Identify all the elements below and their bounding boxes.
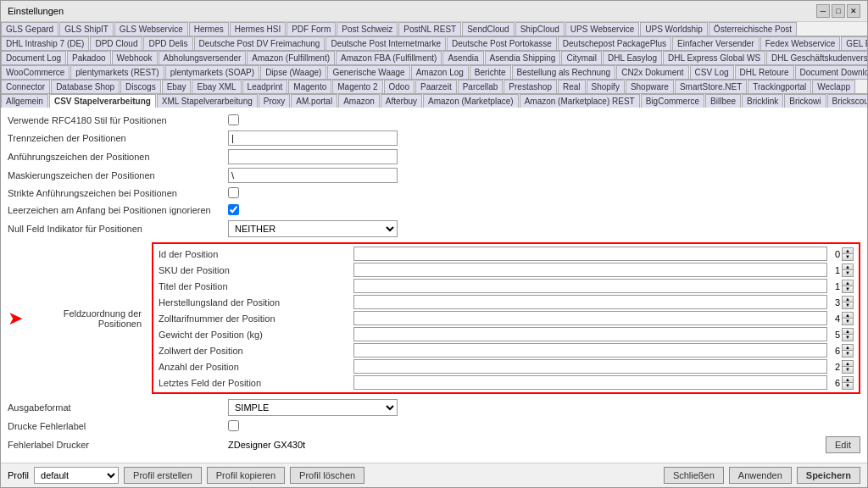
tab-dpd-cloud[interactable]: DPD Cloud (90, 36, 142, 50)
close-button[interactable]: ✕ (847, 4, 860, 18)
tab-shopify[interactable]: Shopify (587, 80, 625, 93)
nullfeld-select[interactable]: NEITHER NULL EMPTY (228, 220, 398, 237)
tab-paarzeit[interactable]: Paarzeit (415, 80, 457, 93)
tab-dhl-retoure[interactable]: DHL Retoure (735, 65, 794, 79)
maskierung-input[interactable] (228, 168, 398, 183)
tab-amazon-(fulfillment)[interactable]: Amazon (Fulfillment) (247, 51, 335, 64)
tab-deutsche-post-portokasse[interactable]: Deutsche Post Portokasse (447, 36, 557, 50)
profil-kopieren-button[interactable]: Profil kopieren (207, 467, 285, 484)
edit-button[interactable]: Edit (826, 436, 860, 453)
profil-loeschen-button[interactable]: Profil löschen (290, 467, 364, 484)
position-field-input-6[interactable] (353, 343, 827, 358)
tab-odoo[interactable]: Odoo (384, 80, 415, 93)
tab-billbee[interactable]: Billbee (705, 94, 741, 108)
tab-shopware[interactable]: Shopware (626, 80, 674, 93)
tab-amazon-(marketplace)-rest[interactable]: Amazon (Marketplace) REST (520, 94, 640, 108)
tab-ebay[interactable]: Ebay (162, 80, 192, 93)
tab-woocommerce[interactable]: WooCommerce (1, 65, 70, 79)
tab-asendia-shipping[interactable]: Asendia Shipping (485, 51, 561, 64)
spin-down-4[interactable]: ▼ (842, 319, 854, 325)
tab-brickowi[interactable]: Brickowi (784, 94, 826, 108)
tab-proxy[interactable]: Proxy (259, 94, 291, 108)
spin-down-8[interactable]: ▼ (842, 383, 854, 390)
tab-gls-shipit[interactable]: GLS ShipIT (59, 22, 114, 36)
close-button[interactable]: Schließen (664, 467, 724, 484)
anfuehrung-input[interactable] (228, 149, 398, 164)
tab-shipcloud[interactable]: ShipCloud (515, 22, 565, 36)
tab-amazon-(marketplace)[interactable]: Amazon (Marketplace) (423, 94, 519, 108)
position-field-input-0[interactable] (353, 247, 827, 261)
strikte-checkbox[interactable] (228, 187, 239, 198)
tab-ups-worldship[interactable]: UPS Worldship (640, 22, 708, 36)
tab-leadprint[interactable]: Leadprint (242, 80, 288, 93)
tab-abholungsversender[interactable]: Abholungsversender (159, 51, 247, 64)
tab-dhl-express-global-ws[interactable]: DHL Express Global WS (663, 51, 765, 64)
maximize-button[interactable]: □ (832, 4, 845, 18)
drucke-checkbox[interactable] (228, 420, 239, 431)
tab-pdf-form[interactable]: PDF Form (287, 22, 336, 36)
tab-einfacher-versender[interactable]: Einfacher Versender (672, 36, 760, 50)
tab-dipse-(waage)[interactable]: Dipse (Waage) (260, 65, 326, 79)
tab-hermes-hsi[interactable]: Hermes HSI (230, 22, 286, 36)
position-field-input-4[interactable] (353, 311, 827, 325)
tab-postnl-rest[interactable]: PostNL REST (398, 22, 461, 36)
tab-hermes[interactable]: Hermes (189, 22, 229, 36)
tab-bricklink[interactable]: Bricklink (742, 94, 783, 108)
position-field-input-5[interactable] (353, 327, 827, 341)
spin-up-3[interactable]: ▲ (842, 296, 854, 302)
tab-pakadoo[interactable]: Pakadoo (67, 51, 110, 64)
tab-ebay-xml[interactable]: Ebay XML (192, 80, 241, 93)
tab-trackingportal[interactable]: Trackingportal (748, 80, 811, 93)
tab-deutsche-post-internetmarke[interactable]: Deutsche Post Internetmarke (326, 36, 446, 50)
tab-afterbuy[interactable]: Afterbuy (381, 94, 422, 108)
tab-deutsche-post-dv-freimachung[interactable]: Deutsche Post DV Freimachung (194, 36, 326, 50)
tab-citymail[interactable]: Citymail (561, 51, 602, 64)
tab-brickscout[interactable]: Brickscout (827, 94, 867, 108)
tab-webhook[interactable]: Webhook (112, 51, 158, 64)
tab-database-shop[interactable]: Database Shop (51, 80, 120, 93)
tab-amazon-log[interactable]: Amazon Log (411, 65, 469, 79)
rfc4180-checkbox[interactable] (228, 114, 239, 125)
tab-magento[interactable]: Magento (288, 80, 331, 93)
spin-up-6[interactable]: ▲ (842, 344, 854, 351)
save-button[interactable]: Speichern (797, 467, 860, 484)
leerzeichen-checkbox[interactable] (228, 204, 239, 215)
spin-down-1[interactable]: ▼ (842, 270, 854, 277)
spin-up-2[interactable]: ▲ (842, 280, 854, 286)
trennzeichen-input[interactable] (228, 130, 398, 146)
tab-sendcloud[interactable]: SendCloud (462, 22, 514, 36)
tab-dpd-delis[interactable]: DPD Delis (143, 36, 192, 50)
spin-down-5[interactable]: ▼ (842, 335, 854, 341)
apply-button[interactable]: Anwenden (729, 467, 792, 484)
tab-bestellung-als-rechnung[interactable]: Bestellung als Rechnung (512, 65, 616, 79)
tab-deutschepost-packageplus[interactable]: Deutschepost PackagePlus (558, 36, 671, 50)
tab-plentymarkets-(soap)[interactable]: plentymarkets (SOAP) (165, 65, 259, 79)
tab-xml-stapelverarbeitung[interactable]: XML Stapelverarbeitung (157, 94, 258, 108)
spin-down-0[interactable]: ▼ (842, 254, 854, 261)
tab-discogs[interactable]: Discogs (120, 80, 161, 93)
tab-generische-waage[interactable]: Generische Waage (327, 65, 409, 79)
position-field-input-7[interactable] (353, 359, 827, 374)
spin-down-7[interactable]: ▼ (842, 367, 854, 374)
position-field-input-3[interactable] (353, 295, 827, 309)
spin-up-1[interactable]: ▲ (842, 263, 854, 270)
tab-parcellab[interactable]: Parcellab (458, 80, 504, 93)
tab-csv-stapelverarbeitung[interactable]: CSV Stapelverarbeitung (49, 94, 156, 108)
tab-plentymarkets-(rest)[interactable]: plentymarkets (REST) (70, 65, 164, 79)
tab-real[interactable]: Real (558, 80, 586, 93)
tab-amazon[interactable]: Amazon (338, 94, 380, 108)
tab-connector[interactable]: Connector (1, 80, 50, 93)
tab-document-log[interactable]: Document Log (1, 51, 66, 64)
spin-down-2[interactable]: ▼ (842, 286, 854, 293)
spin-up-8[interactable]: ▲ (842, 376, 854, 383)
tab-berichte[interactable]: Berichte (470, 65, 511, 79)
tab-ups-webservice[interactable]: UPS Webservice (565, 22, 639, 36)
tab-csv-log[interactable]: CSV Log (690, 65, 734, 79)
tab-prestashop[interactable]: Prestashop (504, 80, 557, 93)
spin-up-5[interactable]: ▲ (842, 328, 854, 335)
profil-select[interactable]: default (34, 467, 119, 484)
tab-post-schweiz[interactable]: Post Schweiz (337, 22, 398, 36)
tab-gel-express[interactable]: GEL Express (841, 36, 867, 50)
tab-dhl-intraship-7-(de)[interactable]: DHL Intraship 7 (DE) (1, 36, 89, 50)
minimize-button[interactable]: ─ (816, 4, 830, 18)
